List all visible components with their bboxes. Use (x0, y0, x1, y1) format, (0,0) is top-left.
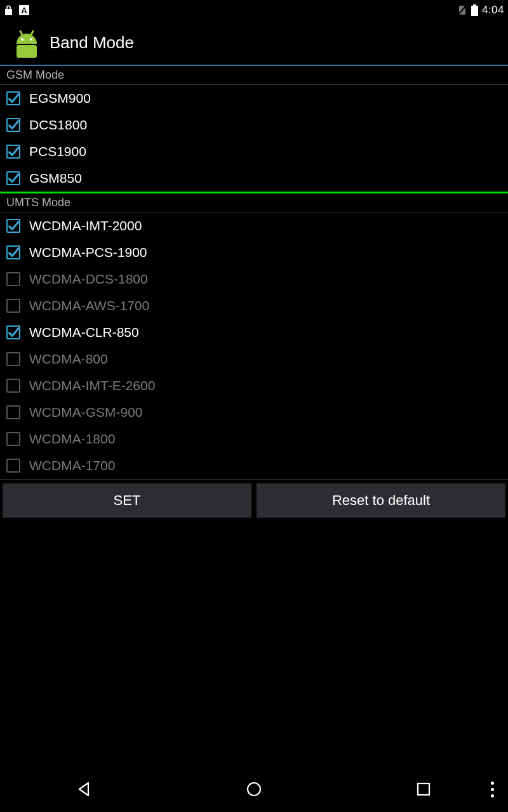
item-label: WCDMA-PCS-1900 (29, 245, 147, 260)
item-label: WCDMA-AWS-1700 (29, 298, 149, 313)
umts-item: WCDMA-1800 (0, 426, 508, 452)
gsm-section: EGSM900DCS1800PCS1900GSM850 (0, 85, 508, 192)
svg-text:A: A (21, 6, 27, 15)
nav-bar (0, 766, 508, 812)
item-label: WCDMA-1700 (29, 458, 115, 473)
actions-row: SET Reset to default (0, 479, 508, 521)
item-label: EGSM900 (29, 91, 91, 106)
umts-item[interactable]: WCDMA-CLR-850 (0, 319, 508, 346)
checkbox[interactable] (6, 219, 20, 233)
svg-point-9 (30, 38, 32, 41)
no-sim-icon (457, 4, 467, 16)
item-label: WCDMA-GSM-900 (29, 405, 143, 420)
svg-point-10 (248, 783, 260, 796)
checkbox[interactable] (6, 145, 20, 159)
android-icon (10, 26, 43, 59)
checkbox[interactable] (6, 118, 20, 132)
checkbox[interactable] (6, 91, 20, 105)
checkbox[interactable] (6, 246, 20, 259)
umts-item: WCDMA-IMT-E-2600 (0, 372, 508, 399)
nav-recent-button[interactable] (385, 774, 462, 804)
checkbox (6, 432, 20, 446)
item-label: PCS1900 (29, 144, 86, 159)
status-bar: A 4:04 (0, 0, 508, 20)
app-title: Band Mode (50, 33, 134, 53)
checkbox (6, 299, 20, 313)
battery-icon (471, 4, 478, 16)
checkbox (6, 272, 20, 286)
svg-rect-11 (418, 783, 429, 795)
item-label: DCS1800 (29, 117, 87, 133)
item-label: WCDMA-IMT-E-2600 (29, 378, 155, 393)
umts-item: WCDMA-DCS-1800 (0, 266, 508, 292)
lock-icon (4, 4, 13, 16)
set-button[interactable]: SET (3, 483, 251, 518)
app-bar: Band Mode (0, 20, 508, 66)
gsm-section-header: GSM Mode (0, 66, 508, 85)
item-label: WCDMA-CLR-850 (29, 325, 139, 340)
umts-section-header: UMTS Mode (0, 192, 508, 213)
umts-item: WCDMA-GSM-900 (0, 399, 508, 426)
umts-item: WCDMA-AWS-1700 (0, 292, 508, 319)
item-label: WCDMA-800 (29, 351, 108, 367)
checkbox (6, 352, 20, 366)
item-label: WCDMA-DCS-1800 (29, 272, 148, 287)
status-time: 4:04 (482, 4, 504, 16)
svg-point-8 (21, 38, 23, 41)
nav-overflow-button[interactable] (491, 782, 494, 797)
svg-rect-3 (471, 6, 478, 16)
reset-button[interactable]: Reset to default (257, 483, 505, 518)
checkbox (6, 379, 20, 393)
umts-item: WCDMA-1700 (0, 452, 508, 479)
item-label: GSM850 (29, 171, 82, 186)
checkbox[interactable] (6, 325, 20, 339)
checkbox (6, 459, 20, 473)
gsm-item[interactable]: GSM850 (0, 165, 508, 192)
checkbox (6, 405, 20, 419)
gsm-item[interactable]: EGSM900 (0, 85, 508, 112)
umts-item: WCDMA-800 (0, 346, 508, 372)
gsm-item[interactable]: PCS1900 (0, 138, 508, 165)
nav-home-button[interactable] (216, 774, 292, 804)
keyboard-icon: A (18, 4, 30, 16)
svg-rect-7 (17, 45, 37, 58)
item-label: WCDMA-1800 (29, 431, 115, 447)
item-label: WCDMA-IMT-2000 (29, 218, 142, 233)
nav-back-button[interactable] (46, 774, 123, 804)
gsm-item[interactable]: DCS1800 (0, 112, 508, 138)
umts-item[interactable]: WCDMA-IMT-2000 (0, 213, 508, 239)
umts-item[interactable]: WCDMA-PCS-1900 (0, 239, 508, 266)
umts-section: WCDMA-IMT-2000WCDMA-PCS-1900WCDMA-DCS-18… (0, 213, 508, 479)
checkbox[interactable] (6, 171, 20, 185)
svg-rect-4 (473, 4, 476, 6)
